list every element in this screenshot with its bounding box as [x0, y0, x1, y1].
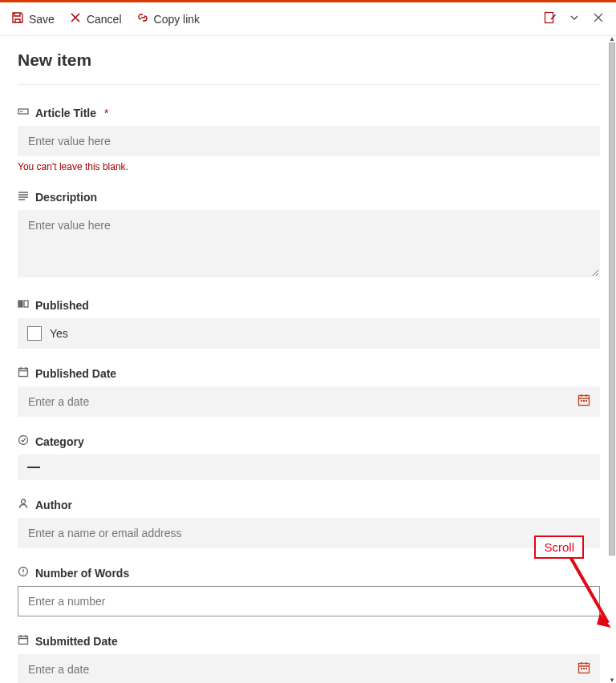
- copy-link-label: Copy link: [154, 13, 201, 26]
- field-label: Number of Words: [35, 567, 129, 580]
- save-button[interactable]: Save: [11, 11, 55, 26]
- svg-rect-8: [586, 400, 587, 402]
- description-input[interactable]: [18, 210, 600, 277]
- text-icon: [18, 106, 29, 119]
- published-checkbox[interactable]: [27, 326, 42, 341]
- command-bar: Save Cancel Copy link: [0, 2, 616, 36]
- form-panel: New item Article Title * You can't leave…: [0, 36, 606, 683]
- svg-rect-7: [583, 400, 585, 402]
- svg-rect-3: [24, 301, 28, 307]
- submitted-date-input[interactable]: [18, 654, 600, 683]
- field-label: Submitted Date: [35, 635, 118, 648]
- category-select[interactable]: [18, 455, 600, 480]
- checkbox-label: Yes: [50, 327, 68, 340]
- divider: [18, 84, 600, 85]
- date-picker-icon[interactable]: [578, 661, 590, 677]
- published-date-input[interactable]: [18, 386, 600, 417]
- cancel-icon: [69, 11, 82, 26]
- svg-rect-4: [19, 369, 28, 377]
- field-published-date: Published Date: [18, 366, 600, 417]
- yesno-icon: [18, 298, 29, 312]
- field-label: Description: [35, 191, 97, 204]
- vertical-scrollbar[interactable]: ▲ ▼: [606, 36, 616, 683]
- calendar-icon: [18, 366, 29, 380]
- field-article-title: Article Title * You can't leave this bla…: [18, 106, 600, 172]
- copy-link-button[interactable]: Copy link: [136, 11, 201, 26]
- person-icon: [18, 498, 29, 511]
- cancel-button[interactable]: Cancel: [69, 11, 122, 26]
- svg-rect-2: [18, 301, 22, 307]
- save-icon: [11, 11, 24, 26]
- close-icon[interactable]: [592, 11, 605, 27]
- page-title: New item: [18, 51, 606, 70]
- article-title-input[interactable]: [18, 126, 600, 156]
- field-description: Description: [18, 190, 600, 281]
- field-category: Category: [18, 434, 600, 480]
- field-author: Author: [18, 498, 600, 548]
- field-label: Published Date: [35, 367, 116, 380]
- field-label: Article Title: [35, 107, 96, 119]
- field-submitted-date: Submitted Date: [18, 634, 600, 683]
- field-label: Category: [35, 435, 84, 448]
- field-label: Published: [35, 299, 89, 312]
- field-label: Author: [35, 499, 72, 511]
- annotation-callout: Scroll: [534, 535, 584, 559]
- words-input[interactable]: [18, 586, 600, 616]
- svg-point-9: [19, 436, 28, 445]
- cancel-label: Cancel: [87, 13, 122, 26]
- choice-icon: [18, 434, 29, 448]
- scrollbar-thumb[interactable]: [609, 42, 615, 556]
- calendar-icon: [18, 634, 29, 648]
- edit-form-icon[interactable]: [544, 11, 557, 27]
- svg-rect-12: [19, 637, 28, 645]
- scroll-down-arrow[interactable]: ▼: [609, 677, 615, 683]
- validation-error: You can't leave this blank.: [18, 161, 600, 172]
- number-icon: [18, 566, 29, 580]
- svg-rect-15: [583, 668, 585, 669]
- author-input[interactable]: [18, 518, 600, 548]
- chevron-down-icon[interactable]: [568, 11, 581, 27]
- save-label: Save: [29, 13, 55, 26]
- date-picker-icon[interactable]: [578, 394, 590, 410]
- field-published: Published Yes: [18, 298, 600, 349]
- category-empty-dash: [27, 467, 40, 468]
- svg-rect-14: [581, 668, 582, 669]
- required-mark: *: [104, 107, 108, 119]
- svg-rect-16: [586, 668, 587, 669]
- link-icon: [136, 11, 149, 26]
- scroll-up-arrow[interactable]: ▲: [609, 35, 615, 42]
- field-number-of-words: Number of Words: [18, 566, 600, 616]
- svg-rect-6: [581, 400, 582, 402]
- multiline-icon: [18, 190, 29, 204]
- svg-point-10: [22, 499, 26, 503]
